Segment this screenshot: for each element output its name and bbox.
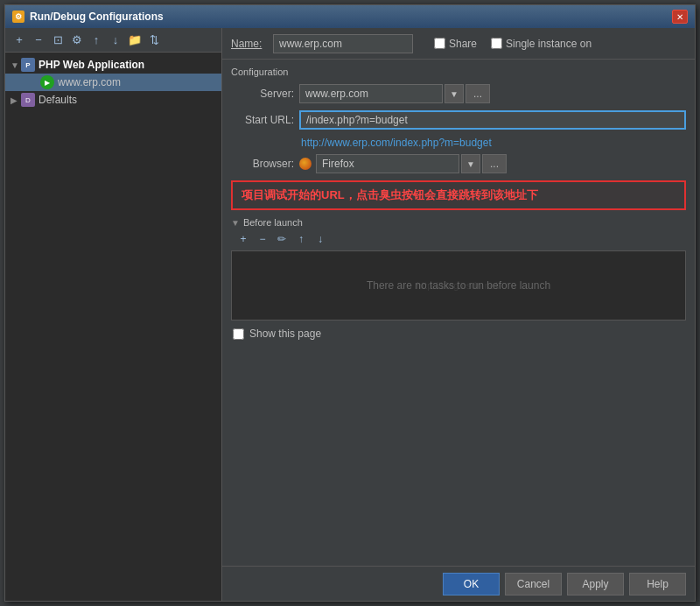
firefox-icon [299, 158, 312, 170]
server-dropdown-button[interactable]: ▼ [444, 84, 464, 103]
server-row: Server: ▼ ... [231, 84, 686, 103]
config-section: Configuration Server: ▼ ... Start URL: [222, 60, 695, 566]
before-launch-title: Before launch [243, 217, 303, 228]
url-hint: http://www.erp.com/index.php?m=budget [301, 137, 686, 149]
php-web-icon: P [21, 58, 35, 72]
tree-area: ▼ P PHP Web Application ▶ www.erp.com ▶ … [5, 53, 221, 601]
server-dots-button[interactable]: ... [466, 84, 490, 103]
sort-icon: ⇅ [150, 33, 159, 46]
before-launch-section: ▼ Before launch + − ✏ ↑ ↓ http://blog.cs… [231, 217, 686, 321]
show-page-label: Show this page [249, 328, 321, 340]
remove-config-button[interactable]: − [30, 32, 47, 49]
browser-combo-wrapper: ▼ ... [299, 154, 507, 173]
no-tasks-text: There are no tasks to run before launch [367, 279, 550, 292]
show-page-row: Show this page [231, 328, 686, 340]
single-instance-area: Single instance on [491, 38, 592, 50]
tree-item-www-erp[interactable]: ▶ www.erp.com [5, 74, 221, 91]
before-launch-header: ▼ Before launch [231, 217, 686, 228]
move-down-button[interactable]: ↓ [107, 32, 124, 49]
server-input[interactable] [299, 84, 443, 103]
before-launch-edit-button[interactable]: ✏ [273, 231, 290, 247]
sort-button[interactable]: ⇅ [145, 32, 163, 49]
bottom-bar: OK Cancel Apply Help [222, 566, 695, 601]
before-launch-up-button[interactable]: ↑ [292, 231, 310, 247]
apply-button[interactable]: Apply [567, 573, 624, 595]
browser-label: Browser: [231, 158, 294, 170]
start-url-input[interactable] [299, 110, 686, 130]
down-arrow-icon: ↓ [113, 33, 119, 46]
show-page-checkbox[interactable] [233, 328, 244, 340]
single-instance-checkbox[interactable] [491, 38, 502, 49]
share-label: Share [449, 38, 477, 50]
single-instance-label: Single instance on [506, 38, 592, 50]
settings-icon: ⚙ [72, 33, 82, 46]
tree-root-label: PHP Web Application [38, 59, 144, 71]
add-config-button[interactable]: + [10, 32, 28, 49]
before-launch-toolbar: + − ✏ ↑ ↓ [231, 231, 686, 247]
run-debug-dialog: ⚙ Run/Debug Configurations ✕ + − ⊡ ⚙ [4, 4, 696, 602]
settings-config-button[interactable]: ⚙ [68, 32, 86, 49]
help-button[interactable]: Help [629, 573, 686, 595]
defaults-arrow-icon: ▶ [10, 95, 21, 105]
before-launch-arrow-icon: ▼ [231, 218, 240, 228]
title-bar-left: ⚙ Run/Debug Configurations [12, 11, 164, 23]
copy-icon: ⊡ [53, 33, 63, 46]
share-checkbox[interactable] [434, 38, 445, 49]
start-url-label: Start URL: [231, 114, 294, 126]
server-label: Server: [231, 88, 294, 100]
browser-dots-button[interactable]: ... [482, 154, 507, 173]
tree-root-php-web[interactable]: ▼ P PHP Web Application [5, 56, 221, 74]
move-up-button[interactable]: ↑ [88, 32, 105, 49]
dialog-title: Run/Debug Configurations [30, 11, 164, 23]
defaults-icon: D [21, 93, 35, 107]
up-arrow-icon: ↑ [94, 33, 100, 46]
ok-button[interactable]: OK [443, 573, 500, 595]
annotation-box: 项目调试开始的URL，点击臭虫按钮会直接跳转到该地址下 [231, 180, 686, 210]
run-config-icon: ▶ [40, 75, 54, 89]
name-bar: Name: Share Single instance on [222, 28, 695, 60]
before-launch-add-button[interactable]: + [234, 231, 252, 247]
share-area: Share [434, 38, 477, 50]
tree-item-defaults[interactable]: ▶ D Defaults [5, 91, 221, 109]
annotation-text: 项目调试开始的URL，点击臭虫按钮会直接跳转到该地址下 [242, 188, 538, 201]
right-panel: Name: Share Single instance on Configura… [222, 28, 695, 601]
cancel-button[interactable]: Cancel [505, 573, 562, 595]
content-area: + − ⊡ ⚙ ↑ ↓ 📁 [5, 28, 695, 601]
folder-icon: 📁 [128, 33, 142, 46]
name-field-label: Name: [231, 38, 266, 50]
launch-list: http://blog.csdn.net/ There are no tasks… [231, 250, 686, 321]
tree-child-label: www.erp.com [58, 76, 121, 88]
browser-input[interactable] [316, 154, 459, 173]
start-url-row: Start URL: [231, 110, 686, 130]
browser-dropdown-button[interactable]: ▼ [461, 154, 480, 173]
tree-defaults-label: Defaults [38, 94, 77, 106]
left-toolbar: + − ⊡ ⚙ ↑ ↓ 📁 [5, 28, 221, 53]
copy-config-button[interactable]: ⊡ [49, 32, 66, 49]
browser-row: Browser: ▼ ... [231, 154, 686, 173]
folder-button[interactable]: 📁 [126, 32, 144, 49]
title-bar: ⚙ Run/Debug Configurations ✕ [5, 5, 695, 28]
dialog-icon: ⚙ [12, 11, 24, 23]
before-launch-remove-button[interactable]: − [254, 231, 271, 247]
close-button[interactable]: ✕ [672, 10, 688, 24]
server-combo-wrapper: ▼ ... [299, 84, 490, 103]
left-panel: + − ⊡ ⚙ ↑ ↓ 📁 [5, 28, 222, 601]
before-launch-down-button[interactable]: ↓ [312, 231, 329, 247]
name-input[interactable] [273, 34, 413, 53]
section-title: Configuration [231, 67, 686, 77]
expand-arrow-icon: ▼ [10, 60, 21, 70]
